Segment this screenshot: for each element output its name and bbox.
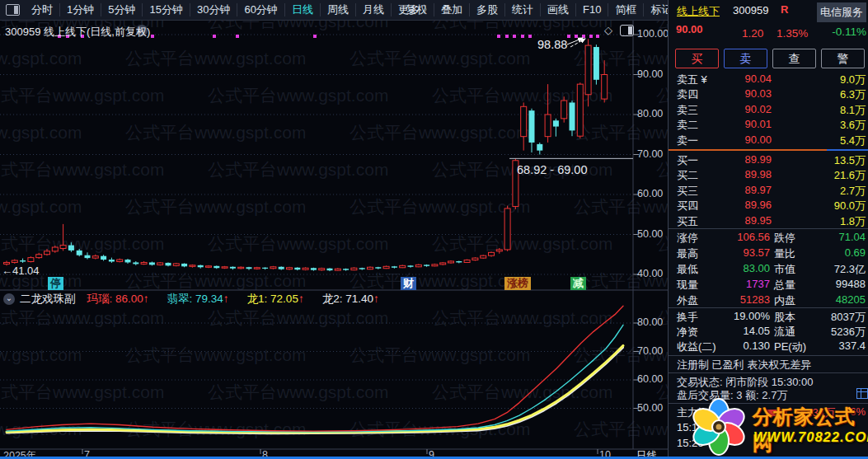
event-badge-停[interactable]: 停	[48, 277, 63, 290]
menu-item-统计[interactable]: 统计	[504, 3, 540, 16]
event-badge-减[interactable]: 减	[570, 277, 586, 290]
price-tick-label: 50.00	[637, 228, 663, 240]
chart-title: 300959 线上线下(日线,前复权)	[5, 25, 150, 40]
price-tick-label: 70.00	[637, 148, 663, 160]
last-price: 90.00	[676, 23, 703, 35]
stock-name[interactable]: 线上线下	[677, 4, 720, 19]
bid-row-price: 89.99	[718, 153, 772, 166]
separator	[669, 307, 868, 308]
menu-item-5分钟[interactable]: 5分钟	[101, 3, 142, 16]
menu-item-分时[interactable]: 分时	[25, 3, 59, 16]
sub-tick-label: 70.00	[637, 345, 663, 357]
trade-button-查[interactable]: 查	[772, 49, 816, 68]
indicator-param-玛瑙: 玛瑙: 86.00↑	[87, 293, 149, 305]
ask-row-volume: 8.1万	[776, 103, 866, 118]
watermark-text: 公式平台www.gspt.com	[208, 232, 388, 255]
price-tick-label: 60.00	[637, 188, 663, 199]
indicator-param-翡翠: 翡翠: 79.34↑	[167, 293, 229, 305]
stat-value: 0.69	[807, 246, 866, 259]
trade-button-警[interactable]: 警	[821, 49, 865, 68]
event-badge-涨榜[interactable]: 涨榜	[504, 277, 531, 290]
layout-toggle-icon[interactable]	[6, 4, 20, 16]
peak-price-label: 98.88	[537, 38, 567, 51]
watermark-text: 公式平台www.gspt.com	[0, 47, 82, 70]
bid-row-volume: 21.6万	[776, 168, 866, 183]
price-change: 1.20	[742, 27, 763, 40]
chart-region[interactable]: 公式平台www.gspt.com公式平台www.gspt.com公式平台www.…	[0, 20, 669, 459]
menu-item-F10[interactable]: F10	[575, 3, 608, 16]
event-badge-财[interactable]: 财	[401, 277, 416, 290]
trade-button-买[interactable]: 买	[675, 49, 719, 68]
menu-item-简框[interactable]: 简框	[608, 3, 643, 16]
mini-window-icon[interactable]	[620, 25, 634, 36]
bid-row-label: 买四	[677, 199, 698, 213]
stat-label: 股本	[774, 310, 795, 325]
menu-item-30分钟[interactable]: 30分钟	[190, 3, 237, 16]
collapse-icon[interactable]: ⌄	[3, 293, 15, 305]
quote-panel: 线上线下 300959 R 电信服务 -0.11% 90.00 1.20 1.3…	[668, 0, 868, 459]
diamond-icon[interactable]: ◇	[604, 24, 612, 36]
stat-label: 跌停	[774, 231, 795, 246]
watermark-text: 公式平台www.gspt.com	[350, 121, 530, 144]
menu-item-叠加[interactable]: 叠加	[434, 3, 469, 16]
stat-value: 72.3亿	[807, 262, 866, 277]
up-arrow-icon: ↑	[143, 293, 149, 305]
sector-label[interactable]: 电信服务	[817, 2, 866, 22]
menu-item-画线[interactable]: 画线	[540, 3, 575, 16]
watermark-text: 公式平台www.gspt.com	[208, 20, 388, 33]
sector-change: -0.11%	[817, 26, 866, 38]
watermark-text: 公式平台www.gspt.com	[0, 158, 164, 181]
watermark-text: 公式平台www.gspt.com	[350, 418, 530, 441]
stat-value: 51283	[714, 293, 770, 306]
period-toolbar: 分时1分钟5分钟15分钟30分钟60分钟日线周线月线更多 〉 复权叠加多股统计画…	[0, 0, 669, 21]
ask-row-price: 90.00	[718, 133, 772, 146]
ask-row-label: 卖二	[677, 118, 698, 133]
indicator-param-龙2: 龙2: 71.40↑	[322, 293, 379, 305]
up-arrow-icon: ↑	[223, 293, 229, 305]
stat-value: 48205	[807, 293, 866, 306]
sub-indicator-header: ⌄ 二龙戏珠副 玛瑙: 86.00↑翡翠: 79.34↑龙1: 72.05↑龙2…	[0, 292, 397, 307]
watermark-text: 公式平台www.gspt.com	[350, 344, 530, 367]
ask-row-volume: 6.3万	[776, 87, 866, 102]
watermark-text: 公式平台www.gspt.com	[208, 307, 388, 330]
ask-row-label: 卖四	[677, 87, 698, 102]
ask-row-label: 卖三	[677, 103, 698, 118]
stat-label: 涨停	[677, 231, 698, 246]
menu-item-月线[interactable]: 月线	[355, 3, 391, 16]
stat-label: 净资	[677, 325, 698, 340]
watermark-text: 公式平台www.gspt.com	[125, 344, 306, 367]
bid-row-volume: 13.5万	[776, 153, 866, 168]
bid-row-label: 买一	[677, 153, 698, 168]
stat-label: 流通	[774, 325, 795, 340]
stat-label: 外盘	[677, 293, 698, 308]
flower-logo-icon	[683, 395, 758, 457]
bid-row-label: 买三	[677, 184, 698, 199]
stat-value: 337.4	[807, 340, 866, 352]
watermark-text: 公式平台www.gspt.com	[0, 84, 164, 107]
watermark-text: 公式平台www.gspt.com	[574, 418, 669, 441]
menu-item-60分钟[interactable]: 60分钟	[237, 3, 284, 16]
registered-marker: R	[781, 3, 788, 16]
stat-label: 最高	[677, 246, 698, 261]
watermark-text: 公式平台www.gspt.com	[0, 121, 82, 144]
menu-item-周线[interactable]: 周线	[320, 3, 355, 16]
menu-item-复权[interactable]: 复权	[399, 3, 434, 16]
ask-row-price: 90.03	[718, 87, 772, 100]
menu-item-日线[interactable]: 日线	[284, 3, 320, 16]
sub-tick-label: 50.00	[637, 402, 663, 414]
indicator-value-label: ←41.04	[2, 265, 40, 277]
ask-row-price: 90.04	[718, 73, 772, 85]
stat-value: 8037万	[807, 310, 866, 325]
watermark-text: 公式平台www.gspt.com	[350, 269, 530, 293]
menu-item-1分钟[interactable]: 1分钟	[59, 3, 101, 16]
stat-value: 71.04	[807, 231, 866, 243]
trade-button-卖[interactable]: 卖	[724, 49, 767, 68]
watermark-text: 公式平台www.gspt.com	[350, 195, 530, 218]
sub-tick-label: 80.00	[637, 316, 663, 328]
stat-label: 市值	[774, 262, 795, 277]
menu-item-15分钟[interactable]: 15分钟	[142, 3, 189, 16]
stock-code: 300959	[733, 4, 768, 16]
ask-row-label: 卖五 ¥	[677, 73, 707, 87]
menu-item-多股[interactable]: 多股	[469, 3, 504, 16]
bid-row-label: 买五	[677, 214, 698, 229]
